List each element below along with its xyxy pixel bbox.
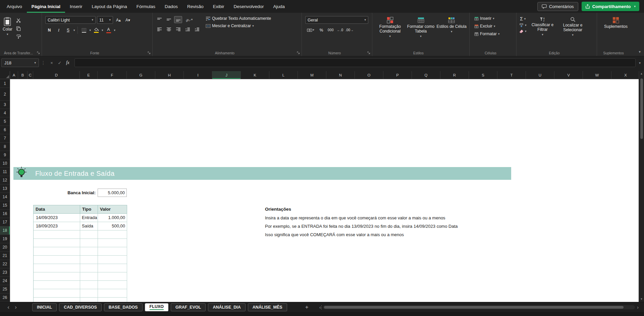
sheet-tab[interactable]: ANÁLISE_DIA xyxy=(208,303,245,311)
column-header[interactable]: I xyxy=(184,71,212,79)
row-header[interactable]: 22 xyxy=(0,260,10,268)
row-header[interactable]: 11 xyxy=(0,168,10,176)
column-header[interactable]: U xyxy=(526,71,554,79)
row-header[interactable]: 21 xyxy=(0,252,10,260)
name-box[interactable]: J18 ▾ xyxy=(1,58,39,67)
menu-item[interactable]: Arquivo xyxy=(2,0,27,13)
collapse-ribbon-icon[interactable]: ▾ xyxy=(639,50,641,54)
table-cell-valor[interactable] xyxy=(98,247,127,256)
comma-style-button[interactable]: 000 xyxy=(327,27,335,34)
sheet-canvas[interactable]: Fluxo de Entrada e Saída Banca Inicial: … xyxy=(0,79,639,302)
row-header[interactable]: 16 xyxy=(0,210,10,218)
align-left-button[interactable] xyxy=(155,26,163,33)
row-header[interactable]: 2 xyxy=(0,88,10,101)
column-header[interactable]: Q xyxy=(412,71,440,79)
table-cell-data[interactable] xyxy=(34,230,80,239)
row-header[interactable]: 14 xyxy=(0,193,10,201)
row-header[interactable]: 25 xyxy=(0,285,10,294)
table-header-cell[interactable]: Data xyxy=(34,205,80,214)
table-cell-tipo[interactable] xyxy=(80,230,98,239)
column-header[interactable]: D xyxy=(33,71,80,79)
table-cell-data[interactable] xyxy=(34,239,80,247)
column-header[interactable]: N xyxy=(326,71,355,79)
row-header[interactable]: 19 xyxy=(0,235,10,243)
column-header[interactable]: L xyxy=(269,71,298,79)
menu-item[interactable]: Fórmulas xyxy=(132,0,160,13)
autosum-button[interactable]: Σ▾ xyxy=(520,16,526,21)
menu-item[interactable]: Ajuda xyxy=(269,0,290,13)
chevron-down-icon[interactable]: ▾ xyxy=(90,29,91,32)
accounting-format-button[interactable]: ▾ xyxy=(305,27,316,34)
dialog-launcher-icon[interactable] xyxy=(37,51,40,54)
share-button[interactable]: Compartilhamento ▾ xyxy=(582,2,639,11)
table-cell-tipo[interactable] xyxy=(80,281,98,289)
chevron-down-icon[interactable]: ▾ xyxy=(634,5,636,8)
increase-decimal-button[interactable]: ←.0 xyxy=(336,27,344,34)
table-cell-valor[interactable] xyxy=(98,264,127,272)
add-sheet-button[interactable]: + xyxy=(303,304,311,311)
table-cell-tipo[interactable] xyxy=(80,256,98,264)
column-header[interactable]: M xyxy=(298,71,326,79)
row-header[interactable]: 7 xyxy=(0,134,10,143)
column-header[interactable]: S xyxy=(469,71,497,79)
cut-button[interactable] xyxy=(14,17,22,24)
table-cell-data[interactable] xyxy=(34,256,80,264)
table-cell-valor[interactable] xyxy=(98,272,127,281)
table-cell-data[interactable] xyxy=(34,289,80,298)
sheet-tab[interactable]: FLUXO xyxy=(145,303,168,311)
font-family-select[interactable]: Calibri Light ▾ xyxy=(45,16,96,24)
format-painter-button[interactable] xyxy=(14,33,22,40)
table-cell-data[interactable]: 14/09/2023 xyxy=(34,214,80,222)
delete-cells-button[interactable]: Excluir ▾ xyxy=(474,24,516,29)
row-header[interactable]: 10 xyxy=(0,159,10,168)
table-cell-data[interactable] xyxy=(34,264,80,272)
column-header[interactable]: B xyxy=(18,71,28,79)
table-header-cell[interactable]: Tipo xyxy=(80,205,98,214)
sheet-tab[interactable]: CAD_DIVERSOS xyxy=(59,303,102,311)
row-header[interactable]: 18 xyxy=(0,226,10,235)
expand-formula-bar-icon[interactable]: ▾ xyxy=(639,61,641,65)
row-header[interactable]: 24 xyxy=(0,277,10,285)
menu-item[interactable]: Dados xyxy=(160,0,182,13)
sort-filter-button[interactable]: AZ Classificar e Filtrar ▾ xyxy=(529,15,556,37)
dialog-launcher-icon[interactable] xyxy=(297,51,300,54)
bold-button[interactable]: N xyxy=(45,27,53,34)
dialog-launcher-icon[interactable] xyxy=(367,51,370,54)
table-cell-valor[interactable] xyxy=(98,239,127,247)
column-header[interactable]: H xyxy=(155,71,184,79)
table-cell-data[interactable] xyxy=(34,247,80,256)
horizontal-scrollbar[interactable]: ‹ › xyxy=(319,305,639,310)
wrap-text-button[interactable]: Quebrar Texto Automaticamente xyxy=(206,16,271,21)
italic-button[interactable]: I xyxy=(55,27,63,34)
row-header[interactable]: 5 xyxy=(0,117,10,126)
cancel-entry-icon[interactable]: × xyxy=(48,60,56,65)
format-as-table-button[interactable]: Formatar como Tabela ▾ xyxy=(406,15,436,38)
row-header[interactable]: 26 xyxy=(0,294,10,302)
copy-button[interactable] xyxy=(14,25,22,32)
scroll-left-icon[interactable]: ‹ xyxy=(319,305,321,310)
menu-item[interactable]: Layout da Página xyxy=(87,0,132,13)
align-center-button[interactable] xyxy=(165,26,173,33)
decrease-decimal-button[interactable]: .00→ xyxy=(345,27,354,34)
table-header-cell[interactable]: Valor xyxy=(98,205,127,214)
column-header[interactable]: P xyxy=(383,71,412,79)
align-bottom-button[interactable] xyxy=(174,16,182,23)
table-cell-valor[interactable] xyxy=(98,281,127,289)
table-cell-data[interactable] xyxy=(34,298,80,302)
column-header[interactable]: W xyxy=(583,71,611,79)
clear-button[interactable]: ▾ xyxy=(519,29,527,34)
row-header[interactable]: 1 xyxy=(0,79,10,88)
sheet-nav-left-icon[interactable]: ‹ xyxy=(5,304,12,310)
column-header[interactable]: J xyxy=(212,71,241,79)
vertical-scrollbar-thumb[interactable] xyxy=(640,78,643,139)
sheet-tab[interactable]: BASE_DADOS xyxy=(104,303,143,311)
format-cells-button[interactable]: Formatar ▾ xyxy=(474,32,516,36)
row-header[interactable]: 3 xyxy=(0,101,10,109)
confirm-entry-icon[interactable]: ✓ xyxy=(56,60,64,65)
column-header[interactable]: G xyxy=(127,71,155,79)
vertical-scrollbar[interactable]: ▲ ▼ xyxy=(639,71,644,302)
menu-item[interactable]: Inserir xyxy=(65,0,87,13)
align-middle-button[interactable] xyxy=(165,16,173,23)
table-cell-valor[interactable] xyxy=(98,256,127,264)
column-header[interactable]: X xyxy=(611,71,639,79)
